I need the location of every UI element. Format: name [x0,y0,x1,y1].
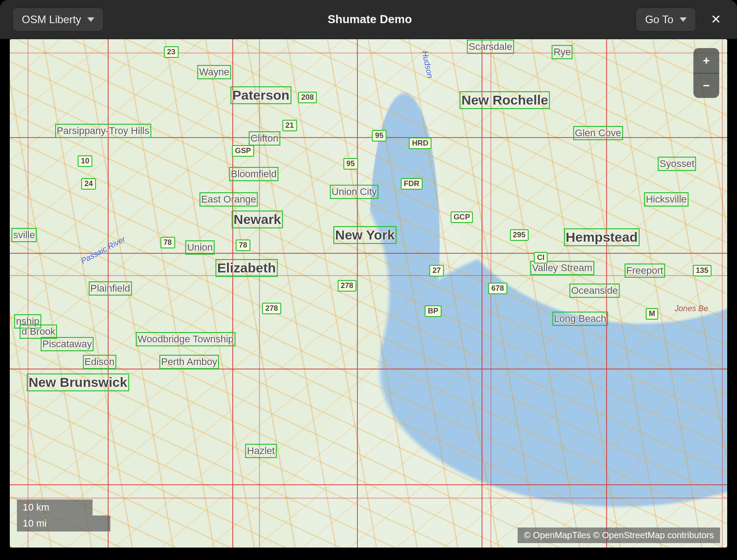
map-viewport[interactable]: New YorkNewarkElizabethPatersonNew Roche… [10,39,727,548]
tile-bounds-overlay [10,39,727,548]
chevron-down-icon [680,17,687,22]
goto-label: Go To [645,13,673,26]
map-source-dropdown[interactable]: OSM Liberty [12,8,104,32]
scale-km: 10 km [17,499,93,515]
zoom-in-button[interactable]: + [693,48,719,73]
scale-bar: 10 km 10 mi [17,499,110,532]
plus-icon: + [703,54,709,67]
titlebar-right: Go To ✕ [636,8,725,32]
zoom-out-button[interactable]: − [693,73,719,98]
close-icon: ✕ [711,12,721,27]
minus-icon: − [703,79,709,92]
close-button[interactable]: ✕ [707,11,725,28]
goto-dropdown[interactable]: Go To [636,8,696,32]
window-title: Shumate Demo [104,12,636,26]
attribution: © OpenMapTiles © OpenStreetMap contribut… [518,528,720,543]
zoom-controls: + − [693,48,719,98]
map-source-label: OSM Liberty [22,13,81,26]
scale-mi: 10 mi [17,515,110,532]
chevron-down-icon [87,17,94,22]
titlebar: OSM Liberty Shumate Demo Go To ✕ [0,0,737,39]
app-window: OSM Liberty Shumate Demo Go To ✕ New Yor… [0,0,737,560]
